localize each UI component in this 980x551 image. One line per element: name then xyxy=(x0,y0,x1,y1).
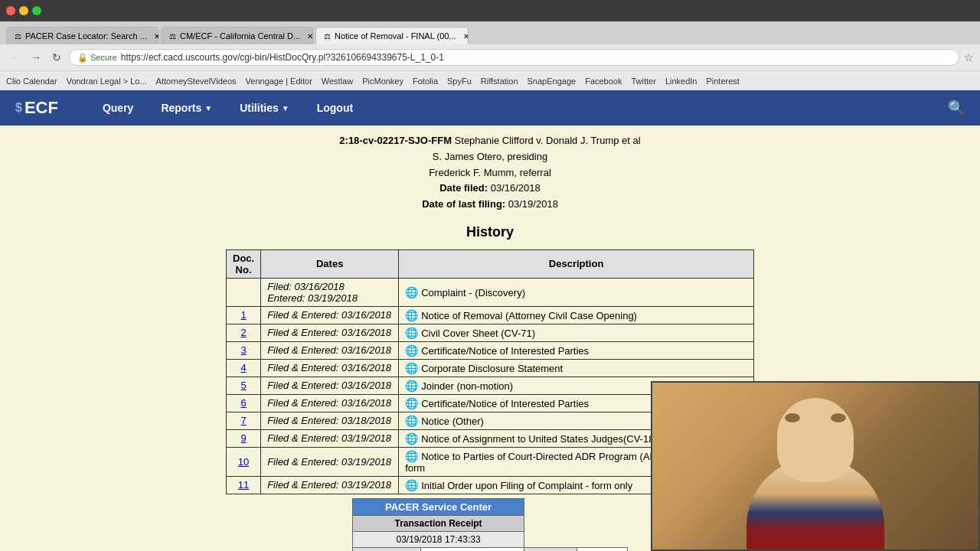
tab-pacer[interactable]: ⚖ PACER Case Locator: Search ... ✕ xyxy=(6,27,159,44)
bookmark-venngage[interactable]: Venngage | Editor xyxy=(246,77,312,86)
doc-no-cell[interactable]: 1 xyxy=(227,306,261,324)
doc-link[interactable]: 3 xyxy=(240,344,246,356)
utilities-arrow-icon: ▼ xyxy=(282,104,289,112)
bookmark-star-icon[interactable]: ☆ xyxy=(964,51,974,64)
ecf-header: $ ECF Query Reports ▼ Utilities ▼ Logout… xyxy=(0,90,980,126)
tab-close-icon[interactable]: ✕ xyxy=(463,32,469,41)
ecf-search-icon[interactable]: 🔍 xyxy=(948,99,965,116)
table-row: 2Filed & Entered: 03/16/2018🌐Civil Cover… xyxy=(227,324,754,341)
refresh-button[interactable]: ↻ xyxy=(49,50,64,65)
doc-link[interactable]: 6 xyxy=(240,397,246,409)
nav-logout[interactable]: Logout xyxy=(303,93,367,123)
doc-no-cell[interactable]: 11 xyxy=(227,476,261,494)
bookmark-fotolia[interactable]: Fotolia xyxy=(413,77,438,86)
pacer-client-code-value xyxy=(577,547,627,551)
nav-reports[interactable]: Reports ▼ xyxy=(147,93,226,123)
doc-no-cell[interactable]: 2 xyxy=(227,324,261,341)
pacer-subtitle: Transaction Receipt xyxy=(353,515,524,531)
desc-cell: 🌐Certificate/Notice of Interested Partie… xyxy=(399,341,754,359)
doc-no-cell[interactable]: 4 xyxy=(227,359,261,377)
forward-button[interactable]: → xyxy=(28,50,44,65)
doc-no-cell[interactable]: 7 xyxy=(227,412,261,429)
doc-icon: 🌐 xyxy=(405,380,418,392)
dates-cell: Filed & Entered: 03/16/2018 xyxy=(261,359,399,377)
doc-no-cell[interactable]: 5 xyxy=(227,377,261,394)
video-head xyxy=(777,398,854,482)
tab-cmecf[interactable]: ⚖ CM/ECF - California Central D... ✕ xyxy=(161,27,314,44)
doc-icon: 🌐 xyxy=(405,309,418,321)
maximize-button[interactable] xyxy=(32,6,41,15)
bookmark-westlaw[interactable]: Westlaw xyxy=(322,77,353,86)
url-text: https://ecf.cacd.uscourts.gov/cgi-bin/Hi… xyxy=(121,52,444,63)
ecf-nav: Query Reports ▼ Utilities ▼ Logout xyxy=(89,93,948,123)
col-dates: Dates xyxy=(261,249,399,278)
bookmark-snapengage[interactable]: SnapEngage xyxy=(528,77,577,86)
dates-cell: Filed & Entered: 03/19/2018 xyxy=(261,447,399,476)
pacer-login-label: PACER Login: xyxy=(353,547,421,551)
tab-close-icon[interactable]: ✕ xyxy=(307,32,313,41)
case-number-line: 2:18-cv-02217-SJO-FFM Stephanie Clifford… xyxy=(15,133,965,149)
bookmarks-bar: Clio Calendar Vondran Legal > Lo... Atto… xyxy=(0,70,980,90)
doc-icon: 🌐 xyxy=(405,415,418,427)
url-bar[interactable]: 🔒 Secure https://ecf.cacd.uscourts.gov/c… xyxy=(69,49,959,66)
nav-utilities[interactable]: Utilities ▼ xyxy=(226,93,302,123)
doc-icon: 🌐 xyxy=(405,397,418,409)
tab-close-icon[interactable]: ✕ xyxy=(154,32,159,41)
dates-cell: Filed & Entered: 03/18/2018 xyxy=(261,412,399,429)
video-overlay xyxy=(651,381,980,551)
referral-line: Frederick F. Mumm, referral xyxy=(15,165,965,181)
desc-cell: 🌐Notice of Removal (Attorney Civil Case … xyxy=(399,306,754,324)
bookmark-picmonkey[interactable]: PicMonkey xyxy=(362,77,403,86)
video-person xyxy=(652,383,978,549)
date-last-filing-line: Date of last filing: 03/19/2018 xyxy=(15,197,965,213)
pacer-title: PACER Service Center xyxy=(353,498,524,515)
bookmark-facebook[interactable]: Facebook xyxy=(585,77,622,86)
table-row: Filed: 03/16/2018Entered: 03/19/2018🌐Com… xyxy=(227,278,754,306)
doc-link[interactable]: 5 xyxy=(240,380,246,391)
ecf-logo: $ ECF xyxy=(15,98,58,118)
doc-link[interactable]: 9 xyxy=(240,432,246,444)
tab-label: PACER Case Locator: Search ... xyxy=(25,31,147,41)
nav-query[interactable]: Query xyxy=(89,93,147,123)
col-doc-no: Doc. No. xyxy=(227,249,261,278)
doc-icon: 🌐 xyxy=(405,432,418,445)
doc-no-cell[interactable]: 6 xyxy=(227,394,261,412)
case-header: 2:18-cv-02217-SJO-FFM Stephanie Clifford… xyxy=(15,133,965,213)
doc-no-cell[interactable]: 3 xyxy=(227,341,261,359)
doc-no-cell[interactable]: 10 xyxy=(227,447,261,476)
secure-badge: 🔒 Secure xyxy=(77,53,117,63)
doc-link[interactable]: 7 xyxy=(240,415,246,426)
tab-favicon: ⚖ xyxy=(15,32,21,41)
back-button[interactable]: ← xyxy=(6,50,23,65)
pacer-subtitle-row: Transaction Receipt xyxy=(353,515,628,531)
bookmark-vondran[interactable]: Vondran Legal > Lo... xyxy=(67,77,147,86)
bookmark-pinterest[interactable]: Pinterest xyxy=(706,77,739,86)
bookmark-spyfu[interactable]: SpyFu xyxy=(447,77,472,86)
bookmark-attorney[interactable]: AttorneyStevelVideos xyxy=(156,77,237,86)
ecf-logo-e: $ xyxy=(15,101,22,115)
col-desc: Description xyxy=(399,249,754,278)
doc-no-cell[interactable]: 9 xyxy=(227,429,261,447)
doc-link[interactable]: 1 xyxy=(240,309,246,321)
pacer-timestamp: 03/19/2018 17:43:33 xyxy=(353,531,524,547)
bookmark-riffstation[interactable]: Riffstation xyxy=(481,77,518,86)
bookmark-linkedin[interactable]: LinkedIn xyxy=(665,77,697,86)
doc-link[interactable]: 11 xyxy=(238,479,249,491)
browser-chrome: ⚖ PACER Case Locator: Search ... ✕ ⚖ CM/… xyxy=(0,0,980,90)
desc-cell: 🌐Complaint - (Discovery) xyxy=(399,278,754,306)
bookmark-twitter[interactable]: Twitter xyxy=(631,77,655,86)
tab-notice[interactable]: ⚖ Notice of Removal - FINAL (00... ✕ xyxy=(315,27,469,44)
close-button[interactable] xyxy=(6,6,15,15)
minimize-button[interactable] xyxy=(19,6,28,15)
desc-cell: 🌐Civil Cover Sheet (CV-71) xyxy=(399,324,754,341)
doc-link[interactable]: 2 xyxy=(240,327,246,338)
reports-arrow-icon: ▼ xyxy=(204,104,212,112)
doc-link[interactable]: 4 xyxy=(240,362,246,373)
dates-cell: Filed & Entered: 03/16/2018 xyxy=(261,324,399,341)
bookmark-clio[interactable]: Clio Calendar xyxy=(6,77,57,86)
dates-cell: Filed & Entered: 03/16/2018 xyxy=(261,377,399,394)
title-bar xyxy=(0,0,980,21)
browser-action-icons: ☆ xyxy=(964,51,974,64)
doc-link[interactable]: 10 xyxy=(238,456,249,468)
dates-cell: Filed & Entered: 03/16/2018 xyxy=(261,341,399,359)
